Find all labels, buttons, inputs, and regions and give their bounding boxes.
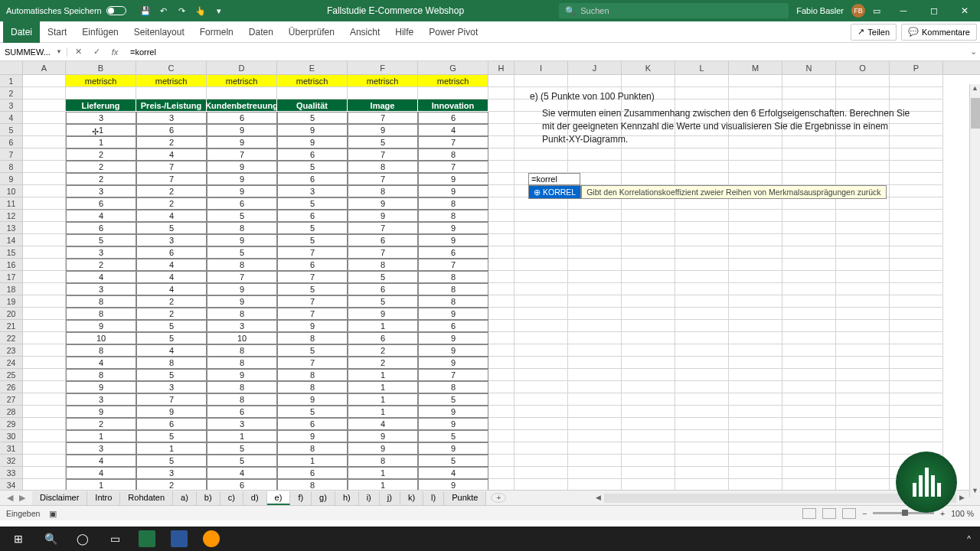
cell[interactable] (675, 197, 729, 210)
cell[interactable] (568, 344, 622, 357)
cell[interactable] (622, 210, 675, 222)
zoom-in-button[interactable]: + (940, 509, 945, 518)
select-all-corner[interactable] (0, 61, 23, 74)
cell[interactable]: 9 (207, 234, 277, 246)
cell[interactable] (675, 320, 729, 332)
sheet-tab[interactable]: j) (380, 491, 400, 505)
cell[interactable]: Kundenbetreuung (207, 99, 277, 112)
cell[interactable]: 8 (207, 381, 277, 393)
cell[interactable]: 9 (207, 369, 277, 381)
cell[interactable]: 6 (277, 467, 348, 479)
cell[interactable]: 8 (207, 393, 277, 406)
cell[interactable]: 5 (418, 393, 488, 406)
cell[interactable] (488, 148, 514, 161)
cell[interactable] (568, 283, 622, 295)
cell[interactable]: 9 (348, 442, 418, 455)
cell[interactable] (488, 430, 514, 442)
cell[interactable] (836, 246, 890, 259)
cell[interactable]: 6 (66, 222, 136, 234)
cell[interactable]: 9 (136, 406, 207, 418)
cell[interactable] (568, 295, 622, 308)
cell[interactable] (675, 271, 729, 283)
cell[interactable] (729, 75, 782, 87)
cell[interactable] (568, 430, 622, 442)
row-header[interactable]: 2 (0, 87, 23, 99)
cell[interactable]: 6 (207, 197, 277, 210)
cell[interactable] (622, 332, 675, 344)
cell[interactable]: 1 (348, 369, 418, 381)
cell[interactable]: 9 (277, 430, 348, 442)
cell[interactable]: 9 (277, 393, 348, 406)
cell[interactable] (890, 259, 943, 271)
cell[interactable] (890, 406, 943, 418)
cell[interactable] (836, 442, 890, 455)
cell[interactable]: 9 (66, 320, 136, 332)
cell[interactable] (675, 222, 729, 234)
cell[interactable]: 9 (418, 442, 488, 455)
comments-button[interactable]: 💬 Kommentare (901, 24, 977, 41)
cell[interactable]: 6 (136, 418, 207, 430)
add-sheet-button[interactable]: + (491, 493, 506, 503)
cell[interactable] (514, 442, 568, 455)
cell[interactable] (23, 308, 66, 320)
cell[interactable]: metrisch (207, 75, 277, 87)
cell[interactable]: 2 (66, 148, 136, 161)
cell[interactable] (782, 197, 836, 210)
cell[interactable] (890, 161, 943, 173)
cell[interactable]: 8 (136, 357, 207, 369)
cell[interactable] (568, 479, 622, 490)
row-header[interactable]: 34 (0, 479, 23, 490)
cell[interactable]: Lieferung (66, 99, 136, 112)
cell[interactable]: 3 (207, 320, 277, 332)
taskbar-excel-icon[interactable] (132, 527, 162, 551)
cell[interactable]: 6 (418, 246, 488, 259)
cell[interactable] (890, 222, 943, 234)
sheet-tab[interactable]: i) (359, 491, 380, 505)
cell[interactable]: 1 (348, 479, 418, 490)
cell[interactable] (488, 124, 514, 136)
cell[interactable] (836, 393, 890, 406)
cell[interactable]: 3 (136, 381, 207, 393)
cell[interactable] (890, 295, 943, 308)
column-header[interactable]: G (418, 61, 488, 74)
cell[interactable] (890, 344, 943, 357)
cell[interactable] (622, 357, 675, 369)
column-header[interactable]: L (675, 61, 729, 74)
cell[interactable] (782, 271, 836, 283)
cell[interactable] (729, 418, 782, 430)
cell[interactable] (488, 185, 514, 197)
cell[interactable]: 5 (348, 295, 418, 308)
cell[interactable] (23, 332, 66, 344)
cell[interactable] (782, 393, 836, 406)
close-button[interactable]: ✕ (949, 0, 980, 21)
spreadsheet-grid[interactable]: ABCDEFGHIJKLMNOP 12345678910111213141516… (0, 61, 980, 490)
column-header[interactable]: J (568, 61, 622, 74)
cell[interactable]: 1 (66, 124, 136, 136)
cell[interactable] (23, 479, 66, 490)
sheet-tab[interactable]: f) (290, 491, 312, 505)
cell[interactable]: 2 (136, 197, 207, 210)
cell[interactable] (836, 381, 890, 393)
cell[interactable]: 8 (418, 283, 488, 295)
cell[interactable] (729, 173, 782, 185)
row-header[interactable]: 33 (0, 467, 23, 479)
taskbar-firefox-icon[interactable] (196, 527, 227, 551)
cell[interactable]: 9 (66, 406, 136, 418)
column-header[interactable]: E (277, 61, 348, 74)
cell[interactable] (782, 283, 836, 295)
cell[interactable]: 7 (348, 173, 418, 185)
cell[interactable]: 5 (207, 246, 277, 259)
cell[interactable]: 8 (277, 479, 348, 490)
cell[interactable]: 6 (277, 173, 348, 185)
row-header[interactable]: 16 (0, 259, 23, 271)
cell[interactable] (568, 381, 622, 393)
cell[interactable]: 7 (207, 148, 277, 161)
sheet-tab[interactable]: h) (335, 491, 359, 505)
row-header[interactable]: 25 (0, 369, 23, 381)
sheet-tab[interactable]: d) (243, 491, 267, 505)
cell[interactable] (568, 357, 622, 369)
cell[interactable] (622, 75, 675, 87)
cell[interactable]: 7 (207, 271, 277, 283)
cancel-formula-icon[interactable]: ✕ (72, 47, 84, 57)
sheet-tab[interactable]: Disclaimer (32, 491, 87, 505)
